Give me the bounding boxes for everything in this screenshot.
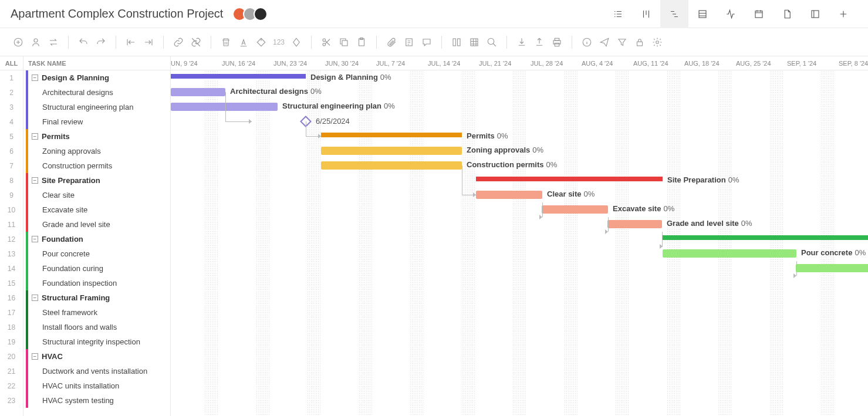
- row-number[interactable]: 14: [0, 261, 23, 276]
- task-row[interactable]: −Structural Framing: [23, 290, 170, 305]
- task-row[interactable]: Structural engineering plan: [23, 100, 170, 114]
- link-button[interactable]: [171, 35, 186, 50]
- task-row[interactable]: Excavate site: [23, 202, 170, 217]
- row-number[interactable]: 6: [0, 144, 23, 158]
- task-row[interactable]: −Foundation: [23, 232, 170, 246]
- row-number[interactable]: 7: [0, 158, 23, 173]
- task-row[interactable]: Grade and level site: [23, 217, 170, 232]
- import-button[interactable]: [514, 35, 529, 50]
- row-number[interactable]: 20: [0, 349, 23, 364]
- swap-icon[interactable]: [46, 35, 61, 50]
- export-button[interactable]: [532, 35, 547, 50]
- collapse-toggle[interactable]: −: [32, 133, 38, 140]
- row-number[interactable]: 23: [0, 393, 23, 408]
- tag-button[interactable]: [254, 35, 269, 50]
- print-button[interactable]: [549, 35, 565, 50]
- row-number[interactable]: 13: [0, 246, 23, 261]
- row-number[interactable]: 22: [0, 378, 23, 393]
- task-row[interactable]: −HVAC: [23, 349, 170, 364]
- task-bar[interactable]: [796, 264, 868, 272]
- attach-button[interactable]: [384, 35, 399, 50]
- view-gantt-icon[interactable]: [660, 0, 688, 28]
- zoom-button[interactable]: [484, 35, 499, 50]
- view-add-icon[interactable]: [829, 0, 857, 28]
- collapse-toggle[interactable]: −: [32, 353, 38, 360]
- task-row[interactable]: Install floors and walls: [23, 320, 170, 334]
- collapse-toggle[interactable]: −: [32, 177, 38, 184]
- view-board-icon[interactable]: [632, 0, 660, 28]
- summary-bar[interactable]: Site Preparation0%: [476, 177, 663, 181]
- task-bar[interactable]: Zoning approvals0%: [321, 147, 462, 155]
- task-row[interactable]: Steel framework: [23, 305, 170, 320]
- view-activity-icon[interactable]: [717, 0, 745, 28]
- avatar-stack[interactable]: [232, 7, 268, 21]
- task-row[interactable]: Pour concrete: [23, 246, 170, 261]
- task-bar[interactable]: Construction permits0%: [321, 161, 462, 170]
- task-row[interactable]: Foundation curing: [23, 261, 170, 276]
- row-number[interactable]: 16: [0, 290, 23, 305]
- task-bar[interactable]: Grade and level site0%: [607, 220, 662, 228]
- row-number[interactable]: 4: [0, 114, 23, 129]
- gantt-body[interactable]: Design & Planning0%Architectural designs…: [171, 70, 868, 416]
- row-number[interactable]: 15: [0, 276, 23, 290]
- task-row[interactable]: Final review: [23, 114, 170, 129]
- summary-bar[interactable]: [663, 235, 868, 240]
- assign-user-button[interactable]: [28, 35, 43, 50]
- copy-button[interactable]: [336, 35, 352, 50]
- view-calendar-icon[interactable]: [745, 0, 773, 28]
- task-row[interactable]: Architectural designs: [23, 85, 170, 100]
- row-number[interactable]: 5: [0, 129, 23, 144]
- row-number[interactable]: 2: [0, 85, 23, 100]
- note-button[interactable]: [401, 35, 417, 50]
- table-button[interactable]: [467, 35, 482, 50]
- collapse-toggle[interactable]: −: [32, 236, 38, 242]
- task-row[interactable]: HVAC units installation: [23, 378, 170, 393]
- task-bar[interactable]: Clear site0%: [476, 191, 542, 199]
- task-row[interactable]: Structural integrity inspection: [23, 334, 170, 349]
- task-bar[interactable]: Excavate site0%: [542, 205, 608, 214]
- comment-button[interactable]: [419, 35, 434, 50]
- summary-bar[interactable]: Permits0%: [321, 133, 462, 137]
- settings-button[interactable]: [650, 35, 665, 50]
- avatar[interactable]: [254, 7, 268, 21]
- row-number[interactable]: 8: [0, 173, 23, 188]
- number-format-button[interactable]: 123: [271, 38, 286, 46]
- info-button[interactable]: [579, 35, 595, 50]
- task-bar[interactable]: Pour concrete0%: [663, 249, 796, 258]
- indent-button[interactable]: [141, 35, 156, 50]
- task-row[interactable]: Construction permits: [23, 158, 170, 173]
- view-panel-icon[interactable]: [801, 0, 829, 28]
- redo-button[interactable]: [93, 35, 109, 50]
- task-row[interactable]: Ductwork and vents installation: [23, 364, 170, 378]
- row-number[interactable]: 3: [0, 100, 23, 114]
- lock-button[interactable]: [632, 35, 647, 50]
- row-number[interactable]: 9: [0, 188, 23, 202]
- row-number[interactable]: 1: [0, 70, 23, 85]
- milestone-button[interactable]: [289, 35, 304, 50]
- send-button[interactable]: [597, 35, 612, 50]
- collapse-toggle[interactable]: −: [32, 295, 38, 301]
- row-number[interactable]: 11: [0, 217, 23, 232]
- row-number[interactable]: 18: [0, 320, 23, 334]
- view-file-icon[interactable]: [773, 0, 801, 28]
- task-row[interactable]: HVAC system testing: [23, 393, 170, 408]
- row-number[interactable]: 21: [0, 364, 23, 378]
- row-number[interactable]: 10: [0, 202, 23, 217]
- unlink-button[interactable]: [188, 35, 204, 50]
- view-list-icon[interactable]: [604, 0, 632, 28]
- gantt-chart[interactable]: UN, 9 '24JUN, 16 '24JUN, 23 '24JUN, 30 '…: [171, 56, 868, 416]
- summary-bar[interactable]: Design & Planning0%: [171, 74, 306, 79]
- task-bar[interactable]: Structural engineering plan0%: [171, 103, 278, 111]
- row-number[interactable]: 19: [0, 334, 23, 349]
- paste-button[interactable]: [354, 35, 369, 50]
- task-row[interactable]: Foundation inspection: [23, 276, 170, 290]
- all-header[interactable]: ALL: [0, 56, 23, 70]
- collapse-toggle[interactable]: −: [32, 75, 38, 81]
- task-row[interactable]: −Site Preparation: [23, 173, 170, 188]
- task-bar[interactable]: Architectural designs0%: [171, 88, 225, 96]
- filter-button[interactable]: [614, 35, 630, 50]
- row-number[interactable]: 17: [0, 305, 23, 320]
- row-number[interactable]: 12: [0, 232, 23, 246]
- task-row[interactable]: −Design & Planning: [23, 70, 170, 85]
- outdent-button[interactable]: [123, 35, 139, 50]
